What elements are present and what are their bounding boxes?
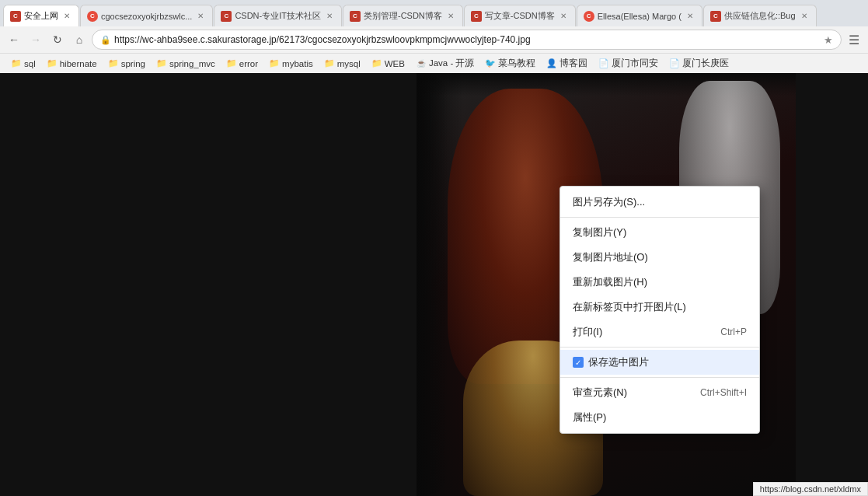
ctx-save-image[interactable]: 图片另存为(S)... xyxy=(560,190,759,215)
address-bar-area: ← → ↻ ⌂ 🔒 https://wc-ahba9see.c.sakurast… xyxy=(0,26,868,53)
page-icon-2: 📄 xyxy=(669,58,680,69)
ctx-properties-label: 属性(P) xyxy=(573,410,747,424)
tab-favicon-3: C xyxy=(221,11,232,22)
tab-close-4[interactable]: ✕ xyxy=(445,11,456,22)
folder-icon-mysql: 📁 xyxy=(324,58,335,69)
bookmark-label-xiamen1: 厦门市同安 xyxy=(612,58,658,69)
ctx-print-label: 打印(I) xyxy=(573,325,705,339)
bookmark-error[interactable]: 📁 error xyxy=(221,57,263,71)
folder-icon-error: 📁 xyxy=(226,58,237,69)
ctx-print-shortcut: Ctrl+P xyxy=(720,327,747,337)
ctx-copy-image[interactable]: 复制图片(Y) xyxy=(560,220,759,245)
tab-favicon-7: C xyxy=(710,11,721,22)
tab-7[interactable]: C 供应链信息化::Bug ✕ xyxy=(703,5,817,26)
java-icon: ☕ xyxy=(416,58,427,69)
bookmark-label-xiamen2: 厦门长庚医 xyxy=(682,58,729,69)
cainiao-icon: 🐦 xyxy=(485,58,496,69)
tab-3[interactable]: C CSDN-专业IT技术社区 ✕ xyxy=(214,5,342,26)
bookmark-label-mysql: mysql xyxy=(337,59,361,68)
status-bar-link: https://blog.csdn.net/xldmx xyxy=(753,482,868,496)
tab-close-5[interactable]: ✕ xyxy=(558,11,569,22)
back-button[interactable]: ← xyxy=(5,30,23,49)
bookmark-cainiao[interactable]: 🐦 菜鸟教程 xyxy=(480,56,540,71)
status-bar-url: https://blog.csdn.net/xldmx xyxy=(760,484,861,494)
bookmark-xiamen1[interactable]: 📄 厦门市同安 xyxy=(594,56,663,71)
bookmark-hibernate[interactable]: 📁 hibernate xyxy=(42,57,102,71)
ctx-reload-image[interactable]: 重新加载图片(H) xyxy=(560,270,759,295)
ctx-copy-url-label: 复制图片地址(O) xyxy=(573,250,747,264)
lock-icon: 🔒 xyxy=(100,35,111,45)
tab-title-3: CSDN-专业IT技术社区 xyxy=(235,10,321,22)
bookmark-web[interactable]: 📁 WEB xyxy=(367,57,410,71)
browser-chrome: C 安全上网 ✕ C cgocsezoxyokjrbzswlc... ✕ C C… xyxy=(0,0,868,73)
bookmark-mysql[interactable]: 📁 mysql xyxy=(319,57,365,71)
tab-favicon-6: C xyxy=(584,11,594,22)
bookmark-spring[interactable]: 📁 spring xyxy=(103,57,150,71)
bookmark-label-error: error xyxy=(239,59,258,68)
door-frame xyxy=(417,73,448,496)
bookmark-sql[interactable]: 📁 sql xyxy=(6,57,40,71)
folder-icon-web: 📁 xyxy=(371,58,382,69)
tab-title: 安全上网 xyxy=(24,10,58,22)
menu-button[interactable]: ☰ xyxy=(845,30,863,49)
tab-2[interactable]: C cgocsezoxyokjrbzswlc... ✕ xyxy=(80,5,213,26)
bookmark-star-icon[interactable]: ★ xyxy=(824,34,833,46)
tab-close-7[interactable]: ✕ xyxy=(799,11,810,22)
tab-title-5: 写文章-CSDN博客 xyxy=(485,10,555,22)
ctx-sep-1 xyxy=(560,217,759,218)
tab-close-3[interactable]: ✕ xyxy=(324,11,335,22)
tab-6[interactable]: C Ellesa(Ellesa) Margo ( ✕ xyxy=(577,5,702,26)
folder-icon: 📁 xyxy=(11,58,22,69)
bookmark-mybatis[interactable]: 📁 mybatis xyxy=(264,57,318,71)
bookmark-label-bokeyuan: 博客园 xyxy=(559,58,587,69)
tab-title-7: 供应链信息化::Bug xyxy=(724,10,796,22)
page-icon-1: 📄 xyxy=(598,58,609,69)
bookmark-java[interactable]: ☕ Java - 开源 xyxy=(411,56,479,71)
tab-close-6[interactable]: ✕ xyxy=(685,11,695,22)
tab-4[interactable]: C 类别管理-CSDN博客 ✕ xyxy=(343,5,463,26)
ctx-sep-2 xyxy=(560,347,759,348)
bookmark-bokeyuan[interactable]: 👤 博客园 xyxy=(542,56,592,71)
bookmark-xiamen2[interactable]: 📄 厦门长庚医 xyxy=(664,56,734,71)
tab-favicon: C xyxy=(10,11,21,22)
bookmarks-bar: 📁 sql 📁 hibernate 📁 spring 📁 spring_mvc … xyxy=(0,53,868,73)
ctx-open-new-tab-label: 在新标签页中打开图片(L) xyxy=(573,300,747,314)
context-menu: 图片另存为(S)... 复制图片(Y) 复制图片地址(O) 重新加载图片(H) … xyxy=(559,186,760,434)
tab-title-6: Ellesa(Ellesa) Margo ( xyxy=(598,12,682,21)
bookmark-label-spring-mvc: spring_mvc xyxy=(169,59,215,68)
folder-icon-mybatis: 📁 xyxy=(269,58,280,69)
bookmark-label-cainiao: 菜鸟教程 xyxy=(498,58,535,69)
tab-active[interactable]: C 安全上网 ✕ xyxy=(3,5,79,26)
tab-close-btn[interactable]: ✕ xyxy=(61,11,72,22)
bookmark-label-spring: spring xyxy=(121,59,145,68)
tab-favicon-2: C xyxy=(87,11,98,22)
ctx-inspect[interactable]: 审查元素(N) Ctrl+Shift+I xyxy=(560,380,759,405)
bokeyuan-icon: 👤 xyxy=(546,58,557,69)
address-text: https://wc-ahba9see.c.sakurastorage.jp/6… xyxy=(114,34,821,45)
ctx-open-new-tab[interactable]: 在新标签页中打开图片(L) xyxy=(560,295,759,320)
ctx-print[interactable]: 打印(I) Ctrl+P xyxy=(560,320,759,344)
ctx-properties[interactable]: 属性(P) xyxy=(560,405,759,430)
folder-icon-hibernate: 📁 xyxy=(47,58,58,69)
ctx-copy-image-label: 复制图片(Y) xyxy=(573,225,747,239)
forward-button[interactable]: → xyxy=(26,30,45,49)
refresh-button[interactable]: ↻ xyxy=(48,30,67,49)
tab-favicon-5: C xyxy=(471,11,482,22)
bookmark-label-java: Java - 开源 xyxy=(429,58,475,69)
ctx-copy-image-url[interactable]: 复制图片地址(O) xyxy=(560,245,759,270)
bookmark-spring-mvc[interactable]: 📁 spring_mvc xyxy=(152,57,220,71)
ctx-save-selected-inner: ✓ 保存选中图片 xyxy=(573,355,649,369)
tab-5[interactable]: C 写文章-CSDN博客 ✕ xyxy=(464,5,576,26)
ctx-reload-label: 重新加载图片(H) xyxy=(573,275,747,289)
ctx-save-image-label: 图片另存为(S)... xyxy=(573,195,747,209)
address-box[interactable]: 🔒 https://wc-ahba9see.c.sakurastorage.jp… xyxy=(92,30,842,50)
bookmark-label-web: WEB xyxy=(385,59,405,68)
tab-close-2[interactable]: ✕ xyxy=(195,11,206,22)
home-button[interactable]: ⌂ xyxy=(70,30,89,49)
ctx-inspect-shortcut: Ctrl+Shift+I xyxy=(700,387,747,398)
bookmark-label-hibernate: hibernate xyxy=(60,59,97,68)
ctx-save-selected[interactable]: ✓ 保存选中图片 xyxy=(560,350,759,375)
ctx-save-selected-label: 保存选中图片 xyxy=(588,355,649,369)
tab-title-4: 类别管理-CSDN博客 xyxy=(364,10,442,22)
ctx-sep-3 xyxy=(560,377,759,378)
